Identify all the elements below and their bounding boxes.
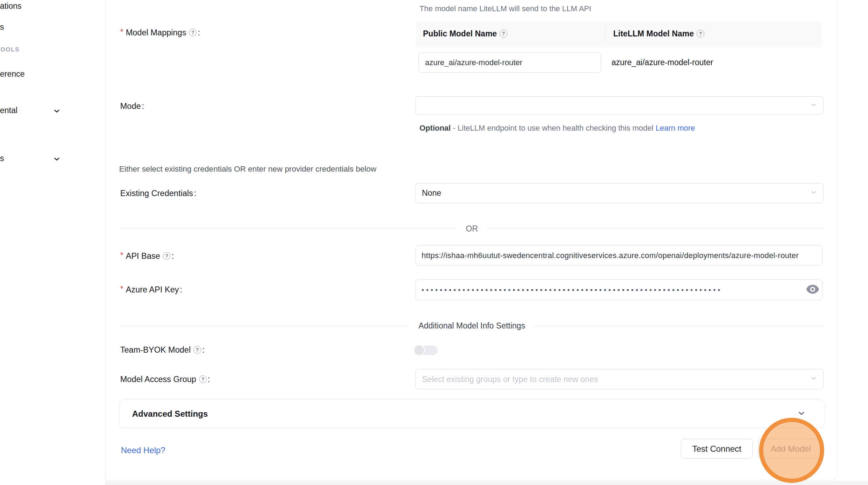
label-text: Model Mappings <box>126 27 186 38</box>
api-base-label: * API Base ? : <box>120 251 174 261</box>
sidebar-item-label: ental <box>0 106 18 115</box>
add-model-button[interactable]: Add Model <box>758 439 823 459</box>
sidebar-item-label: s <box>0 154 4 163</box>
additional-settings-divider: Additional Model Info Settings <box>119 320 825 331</box>
or-divider: OR <box>119 223 825 234</box>
sidebar-item-integrations[interactable]: ations <box>0 1 21 11</box>
help-icon[interactable]: ? <box>199 375 207 383</box>
label-text: Existing Credentials <box>120 188 193 199</box>
team-byok-toggle[interactable] <box>413 344 438 356</box>
eye-icon <box>806 284 819 296</box>
azure-api-key-label: * Azure API Key : <box>120 284 182 295</box>
sidebar: ations s TOOLS erence ental s <box>0 0 106 485</box>
model-access-group-select[interactable]: Select existing groups or type to create… <box>415 369 823 389</box>
chevron-down-icon <box>53 107 61 117</box>
sidebar-item-label: erence <box>0 69 25 78</box>
mode-help-text: Optional - LiteLLM endpoint to use when … <box>419 121 702 135</box>
sidebar-item[interactable]: s <box>0 22 4 32</box>
help-icon[interactable]: ? <box>193 346 201 354</box>
chevron-down-icon <box>797 409 806 419</box>
chevron-down-icon <box>810 101 818 111</box>
model-mappings-table-header: Public Model Name ? LiteLLM Model Name ? <box>415 21 822 47</box>
litellm-model-name-value: azure_ai/azure-model-router <box>611 58 713 67</box>
chevron-down-icon <box>810 188 818 198</box>
column-header-public-model-name: Public Model Name ? <box>415 29 605 39</box>
public-model-name-input[interactable] <box>418 53 601 73</box>
toggle-key-visibility-button[interactable] <box>805 283 820 296</box>
credentials-note: Either select existing credentials OR en… <box>119 164 376 174</box>
required-asterisk: * <box>120 250 123 261</box>
azure-api-key-input[interactable]: ••••••••••••••••••••••••••••••••••••••••… <box>415 279 822 300</box>
model-access-group-placeholder: Select existing groups or type to create… <box>422 375 598 384</box>
sidebar-item-inference[interactable]: erence <box>0 69 25 79</box>
chevron-down-icon <box>53 155 61 165</box>
page-background-strip <box>106 481 868 485</box>
label-text: API Base <box>126 251 160 261</box>
help-icon[interactable]: ? <box>163 252 171 260</box>
help-icon[interactable]: ? <box>500 30 507 37</box>
team-byok-label: Team-BYOK Model ? : <box>120 345 205 355</box>
existing-credentials-select[interactable]: None <box>415 183 823 203</box>
help-icon[interactable]: ? <box>189 29 197 36</box>
label-text: Mode <box>120 101 141 111</box>
existing-credentials-label: Existing Credentials : <box>120 188 196 199</box>
add-model-page: ations s TOOLS erence ental s The model … <box>0 0 868 485</box>
existing-credentials-value: None <box>422 188 441 198</box>
mode-label: Mode : <box>120 101 144 111</box>
sidebar-item-label: s <box>0 22 4 32</box>
required-asterisk: * <box>120 27 123 37</box>
learn-more-link[interactable]: Learn more <box>656 124 695 132</box>
label-text: Azure API Key <box>126 284 179 295</box>
model-name-hint: The model name LiteLLM will send to the … <box>419 4 591 14</box>
sidebar-item-settings[interactable]: s <box>0 153 4 164</box>
mode-select[interactable] <box>415 96 823 115</box>
sidebar-item-label: ations <box>0 1 21 11</box>
advanced-settings-label: Advanced Settings <box>132 409 797 419</box>
help-icon[interactable]: ? <box>697 30 704 37</box>
need-help-link[interactable]: Need Help? <box>121 445 165 455</box>
sidebar-section-tools: TOOLS <box>0 46 20 54</box>
test-connect-button[interactable]: Test Connect <box>681 439 753 459</box>
api-base-input[interactable] <box>415 245 822 266</box>
advanced-settings-panel[interactable]: Advanced Settings <box>119 400 825 428</box>
required-asterisk: * <box>120 284 123 294</box>
model-access-group-label: Model Access Group ? : <box>120 374 210 384</box>
chevron-down-icon <box>810 374 818 384</box>
sidebar-item-experimental[interactable]: ental <box>0 105 18 116</box>
toggle-knob <box>413 344 425 356</box>
label-text: Model Access Group <box>120 374 196 384</box>
column-header-litellm-model-name: LiteLLM Model Name ? <box>606 29 704 39</box>
label-text: Team-BYOK Model <box>120 345 191 355</box>
model-mappings-label: * Model Mappings ? : <box>120 27 200 38</box>
